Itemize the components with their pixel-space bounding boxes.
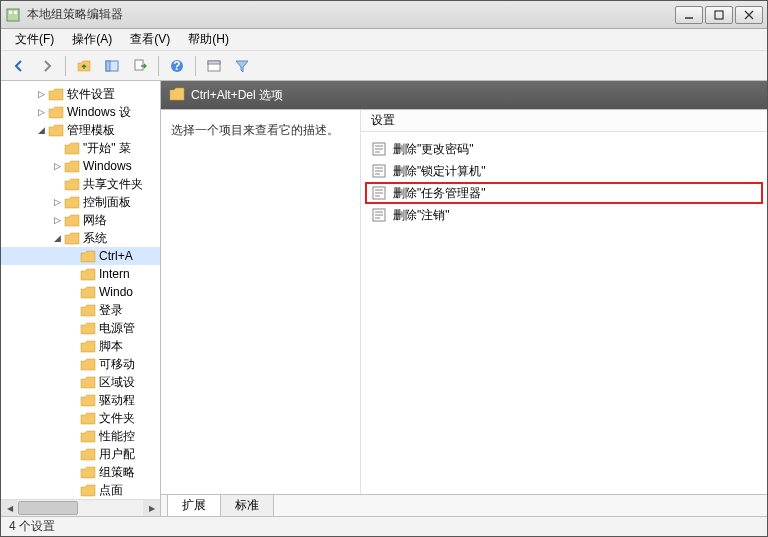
tree-item-label: 性能控 [99,428,135,445]
expander-icon[interactable] [67,322,79,334]
back-button[interactable] [7,54,31,78]
expander-icon[interactable] [51,178,63,190]
menu-view[interactable]: 查看(V) [122,29,178,50]
tree-item[interactable]: 文件夹 [1,409,160,427]
expander-icon[interactable] [67,340,79,352]
tree-item[interactable]: ▷Windows [1,157,160,175]
setting-item[interactable]: 删除"更改密码" [365,138,763,160]
content-area: ▷软件设置▷Windows 设◢管理模板"开始" 菜▷Windows共享文件夹▷… [1,81,767,516]
setting-item[interactable]: 删除"锁定计算机" [365,160,763,182]
tree-item[interactable]: 驱动程 [1,391,160,409]
tree-item[interactable]: 性能控 [1,427,160,445]
setting-item[interactable]: 删除"任务管理器" [365,182,763,204]
tab-strip: 扩展 标准 [161,494,767,516]
up-button[interactable] [72,54,96,78]
help-button[interactable]: ? [165,54,189,78]
tree-item[interactable]: 区域设 [1,373,160,391]
scroll-thumb[interactable] [18,501,78,515]
expander-icon[interactable] [67,286,79,298]
expander-icon[interactable]: ▷ [35,88,47,100]
tree-item[interactable]: ◢管理模板 [1,121,160,139]
expander-icon[interactable]: ▷ [51,160,63,172]
tab-standard[interactable]: 标准 [220,494,274,516]
expander-icon[interactable]: ◢ [35,124,47,136]
tree-item-label: 系统 [83,230,107,247]
setting-label: 删除"更改密码" [393,141,474,158]
tree-item[interactable]: Windo [1,283,160,301]
tree-item-label: 控制面板 [83,194,131,211]
tree-item-label: Windows [83,159,132,173]
tree-item[interactable]: 电源管 [1,319,160,337]
path-text: Ctrl+Alt+Del 选项 [191,87,283,104]
tree-item[interactable]: 可移动 [1,355,160,373]
export-button[interactable] [128,54,152,78]
tree-item[interactable]: 用户配 [1,445,160,463]
description-pane: 选择一个项目来查看它的描述。 [161,110,361,494]
tree-item-label: 电源管 [99,320,135,337]
minimize-button[interactable] [675,6,703,24]
tree-item-label: Intern [99,267,130,281]
tree-item-label: 软件设置 [67,86,115,103]
expander-icon[interactable] [67,268,79,280]
tree-item[interactable]: 登录 [1,301,160,319]
scroll-right-arrow[interactable]: ▶ [143,500,160,516]
statusbar: 4 个设置 [1,516,767,536]
expander-icon[interactable] [67,412,79,424]
expander-icon[interactable] [67,304,79,316]
svg-rect-9 [135,60,143,70]
expander-icon[interactable] [67,484,79,496]
expander-icon[interactable]: ▷ [35,106,47,118]
tree-item[interactable]: 组策略 [1,463,160,481]
expander-icon[interactable] [67,430,79,442]
expander-icon[interactable]: ▷ [51,214,63,226]
tab-extended[interactable]: 扩展 [167,494,221,516]
folder-icon [80,357,96,371]
tree-hscrollbar[interactable]: ◀ ▶ [1,499,160,516]
expander-icon[interactable] [67,466,79,478]
tree-item[interactable]: ▷网络 [1,211,160,229]
tree-scroll[interactable]: ▷软件设置▷Windows 设◢管理模板"开始" 菜▷Windows共享文件夹▷… [1,81,160,499]
tree-item[interactable]: 点面 [1,481,160,499]
setting-item[interactable]: 删除"注销" [365,204,763,226]
tree-item[interactable]: ▷Windows 设 [1,103,160,121]
tree-item[interactable]: Ctrl+A [1,247,160,265]
expander-icon[interactable] [67,250,79,262]
tree-item[interactable]: 共享文件夹 [1,175,160,193]
tree-item[interactable]: ▷软件设置 [1,85,160,103]
expander-icon[interactable]: ▷ [51,196,63,208]
svg-rect-0 [7,9,19,21]
folder-icon [80,339,96,353]
expander-icon[interactable] [67,394,79,406]
maximize-button[interactable] [705,6,733,24]
folder-icon [64,141,80,155]
folder-icon [48,87,64,101]
tree-item[interactable]: ◢系统 [1,229,160,247]
show-hide-tree-button[interactable] [100,54,124,78]
tree-item[interactable]: Intern [1,265,160,283]
menu-help[interactable]: 帮助(H) [180,29,237,50]
expander-icon[interactable] [67,376,79,388]
settings-list: 删除"更改密码"删除"锁定计算机"删除"任务管理器"删除"注销" [361,132,767,232]
expander-icon[interactable] [51,142,63,154]
menu-action[interactable]: 操作(A) [64,29,120,50]
svg-rect-13 [208,61,220,64]
forward-button[interactable] [35,54,59,78]
settings-column-header[interactable]: 设置 [361,110,767,132]
properties-button[interactable] [202,54,226,78]
expander-icon[interactable]: ◢ [51,232,63,244]
tree-item[interactable]: 脚本 [1,337,160,355]
menu-file[interactable]: 文件(F) [7,29,62,50]
close-button[interactable] [735,6,763,24]
detail-body: 选择一个项目来查看它的描述。 设置 删除"更改密码"删除"锁定计算机"删除"任务… [161,109,767,494]
filter-button[interactable] [230,54,254,78]
folder-icon [64,195,80,209]
tree-item-label: 管理模板 [67,122,115,139]
expander-icon[interactable] [67,448,79,460]
tree-item[interactable]: ▷控制面板 [1,193,160,211]
scroll-left-arrow[interactable]: ◀ [1,500,18,516]
tree-item[interactable]: "开始" 菜 [1,139,160,157]
tree-item-label: 脚本 [99,338,123,355]
setting-label: 删除"注销" [393,207,450,224]
expander-icon[interactable] [67,358,79,370]
tree-item-label: 点面 [99,482,123,499]
